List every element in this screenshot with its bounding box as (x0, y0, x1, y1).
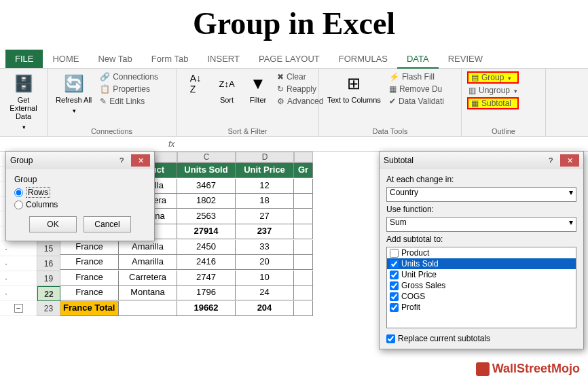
use-function-label: Use function: (386, 205, 576, 214)
connections-button[interactable]: 🔗Connections (98, 71, 160, 82)
tab-home[interactable]: HOME (43, 50, 88, 68)
columns-radio[interactable] (14, 201, 23, 209)
col-header[interactable]: C (177, 152, 236, 163)
rows-radio[interactable] (14, 188, 23, 197)
cell[interactable]: 2563 (177, 209, 236, 224)
list-item[interactable]: Units Sold (387, 258, 576, 269)
sort-az-button[interactable]: A↓Z (182, 71, 209, 96)
tab-formtab[interactable]: Form Tab (142, 50, 198, 68)
flash-fill-button[interactable]: ⚡Flash Fill (388, 71, 445, 82)
list-item[interactable]: Product (387, 247, 576, 258)
cell[interactable]: 2450 (177, 240, 236, 255)
close-button[interactable]: ✕ (560, 154, 579, 167)
close-button[interactable]: ✕ (131, 154, 150, 167)
watermark: WallStreetMojo (476, 362, 580, 376)
checkbox[interactable] (390, 281, 399, 290)
cell[interactable]: 12 (236, 179, 294, 194)
row-number[interactable]: 15 (37, 241, 60, 256)
row-number[interactable]: 19 (37, 271, 60, 286)
group-button[interactable]: ▤Group (467, 71, 519, 84)
sort-button[interactable]: Z↕ASort (213, 71, 240, 105)
header-cell[interactable]: Unit Price (236, 163, 294, 178)
ribbon-tabs: FILE HOME New Tab Form Tab INSERT PAGE L… (0, 50, 588, 69)
remove-duplicates-button[interactable]: ▦Remove Du (388, 84, 445, 94)
filter-button[interactable]: ▼Filter (244, 71, 272, 105)
collapse-button[interactable]: − (14, 304, 23, 313)
list-item[interactable]: Gross Sales (387, 280, 576, 291)
cell[interactable]: 1802 (177, 194, 236, 209)
help-button[interactable]: ? (541, 154, 560, 167)
row-number[interactable]: 22 (37, 286, 60, 301)
cell[interactable]: Amarilla (119, 255, 177, 270)
header-cell[interactable]: Gr (294, 163, 313, 178)
checkbox[interactable] (390, 292, 399, 301)
col-header[interactable]: D (236, 152, 294, 163)
validation-icon: ✔ (389, 97, 396, 106)
list-item[interactable]: COGS (387, 291, 576, 302)
reapply-button[interactable]: ↻Reapply (276, 84, 325, 94)
cell[interactable]: 10 (236, 271, 294, 286)
clear-button[interactable]: ✖Clear (276, 71, 325, 82)
properties-icon: 📋 (100, 84, 110, 94)
formula-input[interactable] (180, 137, 588, 151)
cell[interactable]: Carretera (119, 271, 177, 286)
tab-pagelayout[interactable]: PAGE LAYOUT (249, 50, 329, 68)
checkbox[interactable] (390, 303, 399, 312)
header-cell[interactable]: Units Sold (177, 163, 236, 178)
tab-formulas[interactable]: FORMULAS (329, 50, 397, 68)
cancel-button[interactable]: Cancel (84, 216, 131, 232)
get-external-data-button[interactable]: 🗄️ Get External Data (5, 71, 41, 133)
connections-group-label: Connections (53, 126, 170, 135)
cell[interactable]: 1796 (177, 286, 236, 300)
cell[interactable]: Amarilla (119, 240, 177, 255)
cell[interactable]: 3467 (177, 179, 236, 194)
edit-links-button[interactable]: ✎Edit Links (98, 96, 160, 107)
refresh-all-button[interactable]: 🔄 Refresh All (53, 71, 94, 116)
use-function-select[interactable]: Sum▾ (386, 217, 576, 232)
chevron-down-icon (507, 73, 511, 82)
tab-data[interactable]: DATA (397, 50, 439, 68)
list-item[interactable]: Profit (387, 302, 576, 313)
tab-review[interactable]: REVIEW (439, 50, 492, 68)
checkbox[interactable] (390, 249, 399, 258)
cell[interactable]: France (60, 240, 119, 255)
cell[interactable]: 33 (236, 240, 294, 255)
cell[interactable]: 2747 (177, 271, 236, 286)
cell[interactable]: France (60, 286, 119, 300)
ungroup-button[interactable]: ▥Ungroup (467, 85, 519, 96)
help-button[interactable]: ? (112, 154, 131, 167)
cell[interactable]: 27914 (177, 224, 236, 239)
replace-subtotals-checkbox[interactable] (386, 334, 395, 343)
cell[interactable]: 2416 (177, 255, 236, 270)
cell[interactable]: France (60, 271, 119, 286)
cell[interactable]: 27 (236, 209, 294, 224)
cell[interactable]: 20 (236, 255, 294, 270)
group-legend: Group (14, 175, 146, 184)
at-each-change-select[interactable]: Country▾ (386, 187, 576, 202)
list-item[interactable]: Unit Price (387, 269, 576, 280)
outline-group-label: Outline (467, 126, 540, 135)
cell[interactable]: 237 (236, 224, 294, 239)
tab-insert[interactable]: INSERT (198, 50, 249, 68)
cell[interactable]: Montana (119, 286, 177, 300)
page-title: Group in Excel (0, 0, 588, 50)
cell[interactable]: 24 (236, 286, 294, 300)
add-subtotal-list[interactable]: Product Units Sold Unit Price Gross Sale… (386, 247, 576, 328)
tab-file[interactable]: FILE (5, 50, 43, 68)
row-number[interactable]: 23 (37, 301, 60, 316)
checkbox[interactable] (390, 260, 399, 269)
text-to-columns-button[interactable]: ⊞Text to Columns (325, 71, 384, 105)
cell[interactable]: 18 (236, 194, 294, 209)
ok-button[interactable]: OK (29, 216, 77, 232)
cell[interactable]: 19662 (177, 301, 236, 316)
cell[interactable]: France (60, 255, 119, 270)
data-validation-button[interactable]: ✔Data Validati (388, 96, 445, 107)
checkbox[interactable] (390, 271, 399, 279)
properties-button[interactable]: 📋Properties (98, 84, 160, 94)
row-number[interactable]: 16 (37, 256, 60, 271)
cell[interactable]: 204 (236, 301, 294, 316)
tab-newtab[interactable]: New Tab (88, 50, 141, 68)
subtotal-button[interactable]: ▦Subtotal (467, 97, 519, 109)
advanced-button[interactable]: ⚙Advanced (276, 96, 325, 107)
total-cell[interactable]: France Total (60, 301, 119, 316)
